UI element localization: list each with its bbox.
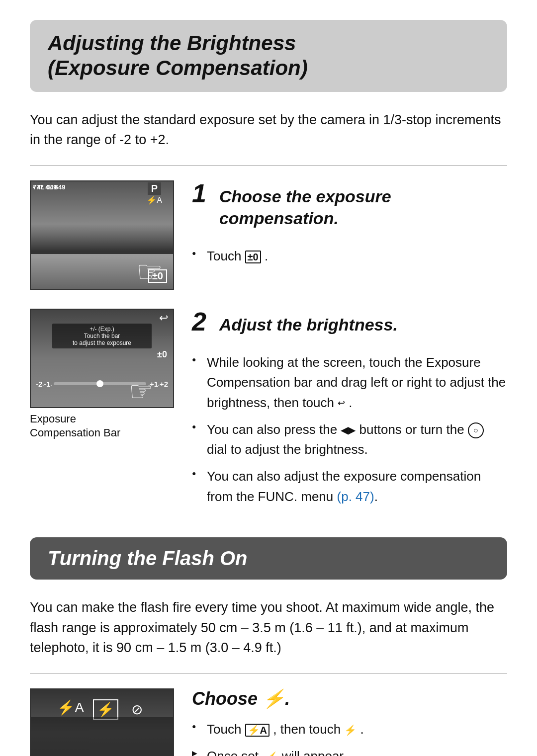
flash-step-title: Choose ⚡. (192, 688, 507, 709)
step1-container: ▪ 4L 649 P ⚡A ±0 ☞ 1 Choose the exposure… (30, 180, 507, 290)
func-menu-link[interactable]: (p. 47) (337, 489, 374, 504)
section1-intro: You can adjust the standard exposure set… (30, 110, 507, 150)
section2-header: Turning the Flash On (30, 537, 507, 580)
step1-title: Choose the exposure compensation. (219, 185, 507, 229)
p-badge: P (148, 182, 161, 195)
step2-number: 2 (192, 309, 206, 335)
flash-step-image: ⚡A ⚡ ⊘ fires ☞ (30, 688, 174, 756)
step1-bullet-1: Touch ±0 . (192, 246, 507, 266)
step2-bullet-2: You can also press the ◀▶ buttons or tur… (192, 420, 507, 460)
flash-step-container: ⚡A ⚡ ⊘ fires ☞ Choose ⚡. Touch ⚡A , then… (30, 688, 507, 756)
section2-title: Turning the Flash On (48, 547, 489, 570)
exposure-overlay: +/- (Exp.) Touch the bar to adjust the e… (52, 324, 152, 348)
flash-step-content: Choose ⚡. Touch ⚡A , then touch ⚡ . Once… (192, 688, 507, 756)
flash-on-icon: ⚡ (93, 699, 118, 720)
lr-arrows-icon: ◀▶ (341, 422, 356, 438)
flash-bullet-2: Once set, ⚡ will appear. (192, 746, 507, 756)
divider2 (30, 673, 507, 673)
step2-bullet-3: You can also adjust the exposure compens… (192, 466, 507, 506)
step2-container: ↩ +/- (Exp.) Touch the bar to adjust the… (30, 309, 507, 513)
dial-icon (468, 422, 484, 438)
step1-content: 1 Choose the exposure compensation. Touc… (192, 180, 507, 273)
step2-caption: Exposure Compensation Bar (30, 412, 120, 440)
flash-auto-sel-icon: ⚡A (57, 699, 84, 720)
touch-hand-icon: ☞ (136, 254, 163, 289)
flash-off-icon: ⊘ (127, 699, 147, 720)
flash-4a-icon: ⚡A (245, 724, 269, 737)
exposure-icon: ±0 (245, 251, 261, 263)
step2-title: Adjust the brightness. (219, 314, 398, 336)
touch-hand2-icon: ☞ (129, 375, 153, 407)
flash-auto-icon: ⚡A (147, 195, 162, 205)
back-arrow-icon: ↩ (159, 312, 168, 325)
section2-intro: You can make the flash fire every time y… (30, 597, 507, 658)
flash-icons-row: ⚡A ⚡ ⊘ (31, 699, 173, 720)
flash-bullets: Touch ⚡A , then touch ⚡ . Once set, ⚡ wi… (192, 719, 507, 756)
step1-image: ▪ 4L 649 P ⚡A ±0 ☞ (30, 180, 174, 290)
step2-image-wrapper: ↩ +/- (Exp.) Touch the bar to adjust the… (30, 309, 174, 440)
step2-bullet-1: While looking at the screen, touch the E… (192, 352, 507, 413)
flash-bullet-1: Touch ⚡A , then touch ⚡ . (192, 719, 507, 739)
step2-bullets: While looking at the screen, touch the E… (192, 352, 507, 506)
step1-bullets: Touch ±0 . (192, 246, 507, 266)
section1-title: Adjusting the Brightness (Exposure Compe… (48, 31, 489, 81)
section1-header: Adjusting the Brightness (Exposure Compe… (30, 20, 507, 92)
step2-content: 2 Adjust the brightness. While looking a… (192, 309, 507, 513)
step2-image: ↩ +/- (Exp.) Touch the bar to adjust the… (30, 309, 174, 408)
divider1 (30, 165, 507, 166)
step1-number: 1 (192, 180, 206, 206)
flash-lightning-icon: ⚡ (263, 688, 285, 709)
